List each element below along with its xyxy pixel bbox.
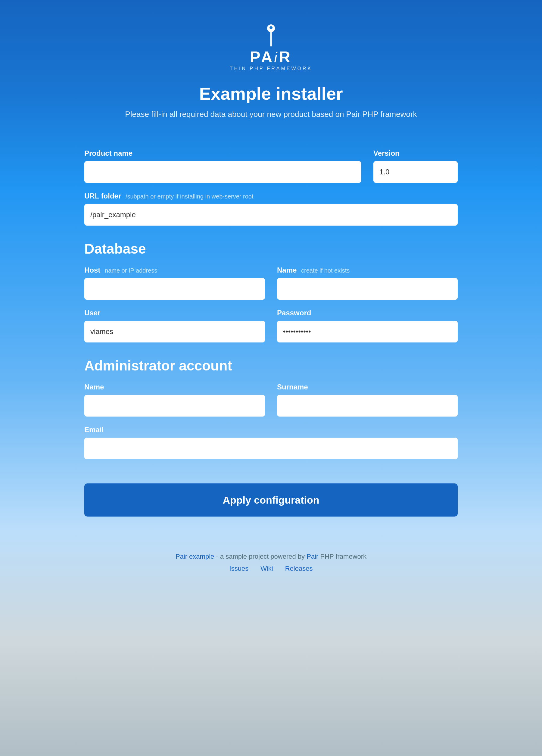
page-subtitle: Please fill-in all required data about y… [125,110,417,119]
db-host-input[interactable] [84,278,265,300]
page-footer: Pair example - a sample project powered … [176,553,366,597]
svg-point-1 [269,26,273,29]
group-db-host: Host name or IP address [84,266,265,300]
admin-email-label: Email [84,426,458,434]
db-host-label: Host name or IP address [84,266,265,274]
footer-end-text: PHP framework [320,553,366,560]
admin-surname-label: Surname [277,383,458,391]
db-user-label: User [84,309,265,317]
admin-section-title: Administrator account [84,358,458,374]
database-section-title: Database [84,241,458,257]
row-url-folder: URL folder /subpath or empty if installi… [84,192,458,226]
group-product-name: Product name [84,149,361,183]
admin-email-input[interactable] [84,438,458,459]
pair-link[interactable]: Pair [307,553,318,560]
version-label: Version [373,149,458,158]
db-password-input[interactable] [277,321,458,342]
group-version: Version [373,149,458,183]
group-db-password: Password [277,309,458,342]
row-db-user-pass: User Password [84,309,458,342]
row-admin-name-surname: Name Surname [84,383,458,417]
url-folder-label: URL folder /subpath or empty if installi… [84,192,458,200]
db-password-label: Password [277,309,458,317]
version-input[interactable] [373,161,458,183]
apply-configuration-button[interactable]: Apply configuration [84,483,458,517]
logo-container: PAiR THIN PHP FRAMEWORK [230,24,313,71]
db-name-input[interactable] [277,278,458,300]
group-url-folder: URL folder /subpath or empty if installi… [84,192,458,226]
group-admin-surname: Surname [277,383,458,417]
page-header: PAiR THIN PHP FRAMEWORK Example installe… [125,0,417,131]
install-form: Product name Version URL folder /subpath… [60,149,482,517]
footer-middle-text: - a sample project powered by [216,553,307,560]
group-admin-email: Email [84,426,458,459]
row-product: Product name Version [84,149,458,183]
wiki-link[interactable]: Wiki [260,565,273,573]
group-db-name: Name create if not exists [277,266,458,300]
brand-name: PAiR [250,49,292,65]
footer-line1: Pair example - a sample project powered … [176,553,366,561]
brand-subtitle: THIN PHP FRAMEWORK [230,66,313,71]
url-folder-hint: /subpath or empty if installing in web-s… [126,193,254,200]
product-name-label: Product name [84,149,361,158]
row-db-host-name: Host name or IP address Name create if n… [84,266,458,300]
db-host-hint: name or IP address [105,267,157,274]
admin-surname-input[interactable] [277,395,458,417]
group-admin-name: Name [84,383,265,417]
issues-link[interactable]: Issues [229,565,249,573]
brand-italic: i [274,50,279,65]
product-name-input[interactable] [84,161,361,183]
pair-example-link[interactable]: Pair example [176,553,214,560]
footer-line2: Issues Wiki Releases [176,565,366,573]
row-admin-email: Email [84,426,458,459]
pair-logo-icon [262,24,280,47]
db-name-hint: create if not exists [301,267,350,274]
db-name-label: Name create if not exists [277,266,458,274]
releases-link[interactable]: Releases [285,565,313,573]
group-db-user: User [84,309,265,342]
admin-name-label: Name [84,383,265,391]
db-user-input[interactable] [84,321,265,342]
url-folder-input[interactable] [84,204,458,226]
page-title: Example installer [199,83,343,104]
admin-name-input[interactable] [84,395,265,417]
